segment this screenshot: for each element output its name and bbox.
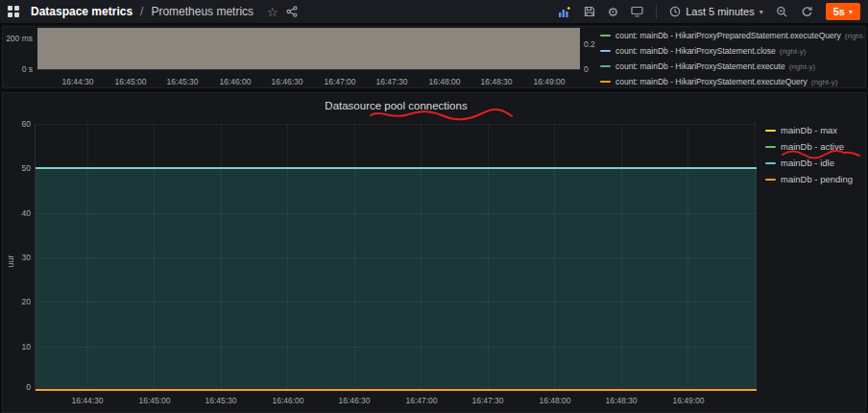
x-axis-tick: 16:45:30 <box>192 396 250 405</box>
legend-label: count: mainDb - HikariProxyPreparedState… <box>615 31 841 40</box>
x-axis-tick: 16:47:30 <box>459 396 517 405</box>
right-y-axis-tick: 0 <box>584 64 589 74</box>
x-axis-tick: 16:46:30 <box>326 396 383 405</box>
legend-item[interactable]: count: mainDb - HikariProxyStatement.clo… <box>600 46 865 56</box>
time-range-picker[interactable]: Last 5 minutes ▾ <box>669 6 763 17</box>
x-axis-tick: 16:44:30 <box>52 77 104 86</box>
x-axis-tick: 16:48:30 <box>470 77 522 86</box>
nav-divider <box>656 5 657 18</box>
y-axis-tick: 0 <box>6 382 31 392</box>
y-axis-tick: 200 ms <box>3 34 33 43</box>
y-axis-tick: 30 <box>6 253 31 262</box>
dashboards-grid-icon[interactable] <box>8 6 19 17</box>
y-axis-tick: 60 <box>6 119 31 129</box>
legend-item-max[interactable]: mainDb - max <box>765 125 837 135</box>
refresh-interval-value: 5s <box>833 6 845 17</box>
x-axis-tick: 16:48:00 <box>526 396 584 405</box>
time-range-label: Last 5 minutes <box>686 6 755 17</box>
share-icon[interactable] <box>286 6 298 17</box>
clock-icon <box>669 6 681 17</box>
legend-label: count: mainDb - HikariProxyStatement.clo… <box>615 46 776 56</box>
chevron-down-icon: ▾ <box>760 8 763 16</box>
x-axis-tick: 16:46:00 <box>259 396 317 405</box>
x-axis-tick: 16:46:00 <box>209 77 261 86</box>
legend-item-active[interactable]: mainDb - active <box>765 141 844 152</box>
series-color-dash <box>600 50 611 52</box>
nav-right: ⚙ Last 5 minutes ▾ 5s ▾ <box>558 3 860 20</box>
chevron-down-icon: ▾ <box>849 8 853 16</box>
y-axis-tick: 10 <box>6 342 31 352</box>
x-axis-tick: 16:48:30 <box>592 396 650 405</box>
x-axis-tick: 16:49:00 <box>523 77 575 86</box>
legend-item-pending[interactable]: mainDb - pending <box>765 174 853 184</box>
x-axis-baseline <box>37 69 580 70</box>
y-axis-tick: 50 <box>6 163 31 173</box>
x-axis-tick: 16:47:30 <box>366 77 418 86</box>
idle-series-area-fill <box>36 168 757 391</box>
panel-hikari-statements[interactable]: 200 ms 0 s 0.2 0 16:44:30 16:45:00 16:45… <box>2 26 866 88</box>
x-axis-tick: 16:45:00 <box>105 77 157 86</box>
dashboard-settings-icon[interactable]: ⚙ <box>608 6 619 18</box>
refresh-interval-button[interactable]: 5s ▾ <box>826 3 860 20</box>
zoom-out-icon[interactable] <box>776 6 788 18</box>
legend-label: mainDb - active <box>781 141 844 152</box>
breadcrumb-separator: / <box>140 5 143 18</box>
legend-label: mainDb - pending <box>781 174 853 184</box>
pending-series-line <box>36 389 757 391</box>
star-icon[interactable]: ☆ <box>267 6 278 18</box>
legend-item[interactable]: count: mainDb - HikariProxyStatement.exe… <box>600 61 865 71</box>
breadcrumb-folder[interactable]: Dataspace metrics <box>31 5 133 18</box>
right-y-axis-tick: 0.2 <box>584 39 595 49</box>
legend-label: mainDb - max <box>781 125 837 135</box>
series-area-fill <box>37 28 580 69</box>
legend-label: mainDb - idle <box>781 158 834 168</box>
legend-item-idle[interactable]: mainDb - idle <box>765 158 834 168</box>
legend-axis-suffix: (right-y) <box>789 62 816 71</box>
x-axis-tick: 16:47:00 <box>393 396 450 405</box>
legend-axis-suffix: (right-y) <box>811 78 838 86</box>
legend-item[interactable]: count: mainDb - HikariProxyStatement.exe… <box>600 77 865 86</box>
x-axis-tick: 16:45:00 <box>126 396 183 405</box>
refresh-icon[interactable] <box>801 6 813 18</box>
series-color-dash <box>600 65 611 67</box>
nav-left: Dataspace metrics / Prometheus metrics ☆ <box>8 5 298 18</box>
series-color-dash <box>600 81 611 83</box>
legend-label: count: mainDb - HikariProxyStatement.exe… <box>615 61 785 71</box>
panel-title[interactable]: Datasource pool connections <box>36 100 757 111</box>
breadcrumb-dashboard[interactable]: Prometheus metrics <box>151 5 253 18</box>
y-axis-tick: 0 s <box>3 64 33 74</box>
series-color-dash <box>765 146 776 148</box>
x-axis-tick: 16:45:30 <box>157 77 208 86</box>
x-axis-tick: 16:49:00 <box>660 396 717 405</box>
legend-label: count: mainDb - HikariProxyStatement.exe… <box>615 77 808 86</box>
y-axis-tick: 40 <box>6 208 31 218</box>
legend-axis-suffix: (right-y) <box>780 47 807 56</box>
tv-mode-icon[interactable] <box>631 6 643 17</box>
max-idle-series-line <box>36 167 757 169</box>
series-color-dash <box>600 35 611 36</box>
save-dashboard-icon[interactable] <box>584 6 595 17</box>
x-axis-tick: 16:44:30 <box>59 396 116 405</box>
grafana-dashboard: Dataspace metrics / Prometheus metrics ☆… <box>0 0 868 413</box>
x-axis-tick: 16:47:00 <box>314 77 366 86</box>
y-axis-tick: 20 <box>6 297 31 306</box>
series-color-dash <box>765 179 776 181</box>
add-panel-icon[interactable] <box>558 6 571 18</box>
series-color-dash <box>765 162 776 164</box>
x-axis-tick: 16:48:00 <box>419 77 470 86</box>
top-navbar: Dataspace metrics / Prometheus metrics ☆… <box>0 0 868 24</box>
series-color-dash <box>765 130 776 132</box>
panel-datasource-pool-connections[interactable]: Datasource pool connections uur 60 50 40… <box>2 92 866 413</box>
legend-axis-suffix: (right-y) <box>845 32 865 40</box>
x-axis-tick: 16:46:30 <box>261 77 313 86</box>
legend-item[interactable]: count: mainDb - HikariProxyPreparedState… <box>600 31 865 40</box>
